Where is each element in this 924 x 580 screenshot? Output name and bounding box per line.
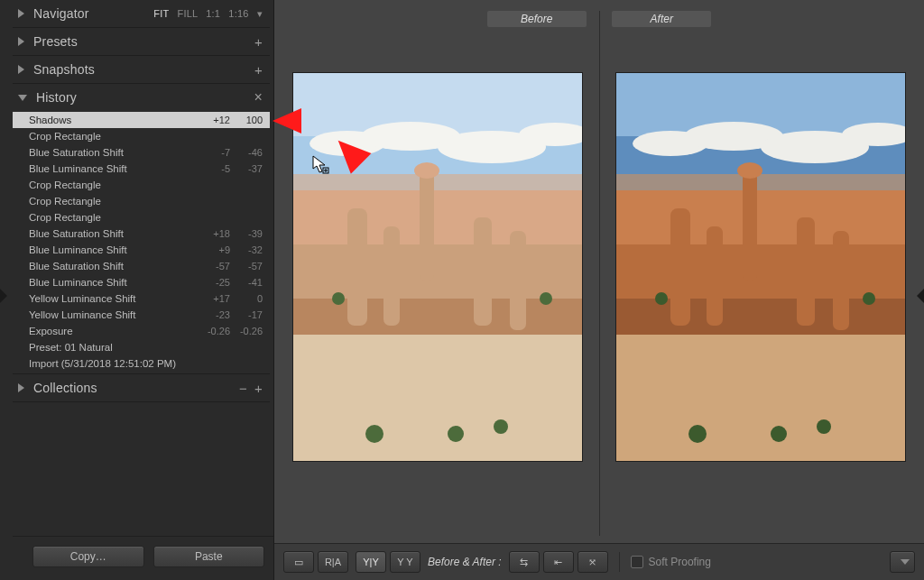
svg-point-42	[655, 292, 668, 305]
history-row-name: Blue Saturation Shift	[29, 228, 194, 239]
after-pane: After	[609, 11, 914, 536]
yy2-icon: Y Y	[397, 557, 412, 567]
history-row[interactable]: Preset: 01 Natural	[13, 339, 270, 355]
left-panel-toggle[interactable]	[0, 289, 7, 303]
checkbox-icon	[631, 556, 643, 568]
before-pane: Before	[285, 11, 590, 536]
history-row[interactable]: Blue Saturation Shift-7-46	[13, 144, 270, 161]
history-row-name: Crop Rectangle	[29, 196, 194, 207]
swap-button[interactable]: ⇆	[509, 551, 540, 573]
presets-header[interactable]: Presets +	[13, 28, 270, 55]
history-row[interactable]: Yellow Luminance Shift-23-17	[13, 307, 270, 323]
history-row-name: Crop Rectangle	[29, 212, 194, 223]
history-row[interactable]: Exposure-0.26-0.26	[13, 323, 270, 339]
history-row-name: Import (5/31/2018 12:51:02 PM)	[29, 358, 194, 369]
before-after-lr-button[interactable]: Y|Y	[356, 551, 386, 573]
pane-divider[interactable]	[599, 11, 600, 536]
left-panel-footer: Copy… Paste	[13, 536, 273, 580]
toolbar-more-button[interactable]	[890, 551, 915, 573]
history-row-delta: +18	[194, 228, 230, 239]
zoom-fill[interactable]: FILL	[177, 8, 197, 19]
svg-rect-14	[383, 226, 400, 326]
history-section: History × Shadows+12100Crop RectangleBlu…	[13, 84, 270, 374]
history-row[interactable]: Blue Saturation Shift-57-57	[13, 258, 270, 274]
history-row[interactable]: Crop Rectangle	[13, 193, 270, 209]
svg-rect-29	[616, 190, 905, 253]
history-row[interactable]: Import (5/31/2018 12:51:02 PM)	[13, 355, 270, 372]
svg-rect-37	[797, 217, 815, 326]
collections-remove-icon[interactable]: −	[239, 381, 247, 396]
history-row-delta: +9	[194, 244, 230, 255]
paste-button[interactable]: Paste	[153, 546, 265, 567]
svg-rect-15	[474, 217, 492, 326]
toolbar: ▭ R|A Y|Y Y Y Before & After : ⇆ ⇤ ⤧ Sof…	[274, 543, 924, 580]
history-row[interactable]: Yellow Luminance Shift+170	[13, 290, 270, 307]
history-row-delta: -5	[194, 163, 230, 174]
soft-proofing-checkbox[interactable]: Soft Proofing	[631, 556, 711, 568]
before-after-tb-button[interactable]: Y Y	[390, 551, 420, 573]
svg-rect-16	[510, 231, 526, 330]
loupe-view-button[interactable]: ▭	[283, 551, 314, 573]
navigator-header[interactable]: Navigator FIT FILL 1:1 1:16 ▾	[13, 0, 270, 27]
history-row-name: Blue Luminance Shift	[29, 163, 194, 174]
presets-add-icon[interactable]: +	[254, 34, 263, 50]
history-row-name: Blue Saturation Shift	[29, 261, 194, 272]
history-header[interactable]: History ×	[13, 84, 270, 111]
svg-point-40	[771, 426, 787, 442]
history-row-value: -46	[230, 147, 263, 158]
history-list: Shadows+12100Crop RectangleBlue Saturati…	[13, 111, 270, 373]
history-row[interactable]: Blue Luminance Shift+9-32	[13, 242, 270, 258]
disclosure-triangle-icon	[18, 383, 24, 392]
history-clear-icon[interactable]: ×	[254, 89, 263, 106]
history-row[interactable]: Crop Rectangle	[13, 128, 270, 144]
history-row-name: Blue Luminance Shift	[29, 244, 194, 255]
disclosure-triangle-icon	[18, 65, 24, 74]
zoom-caret-icon[interactable]: ▾	[257, 8, 263, 19]
snapshots-add-icon[interactable]: +	[254, 62, 263, 78]
snapshots-header[interactable]: Snapshots +	[13, 56, 270, 83]
copy-left-icon: ⇤	[554, 557, 562, 568]
svg-rect-13	[347, 208, 367, 326]
collections-title: Collections	[33, 381, 97, 395]
copy-button[interactable]: Copy…	[32, 546, 144, 567]
after-photo[interactable]	[615, 72, 906, 462]
history-row[interactable]: Blue Saturation Shift+18-39	[13, 226, 270, 242]
svg-point-12	[414, 162, 439, 179]
svg-point-39	[688, 425, 707, 443]
disclosure-triangle-icon	[18, 95, 27, 101]
history-row[interactable]: Blue Luminance Shift-5-37	[13, 161, 270, 177]
svg-point-21	[540, 292, 552, 305]
history-row[interactable]: Shadows+12100	[13, 112, 270, 128]
loupe-icon: ▭	[294, 557, 303, 568]
ref-view-button[interactable]: R|A	[318, 551, 348, 573]
collections-header[interactable]: Collections − +	[13, 374, 270, 401]
svg-rect-35	[670, 208, 690, 326]
history-row-delta: -25	[194, 277, 230, 288]
presets-title: Presets	[33, 34, 78, 49]
zoom-1to1[interactable]: 1:1	[206, 8, 220, 19]
svg-rect-32	[616, 335, 905, 461]
right-panel-toggle[interactable]	[917, 289, 924, 303]
history-row[interactable]: Crop Rectangle	[13, 177, 270, 193]
snapshots-title: Snapshots	[33, 62, 95, 77]
zoom-fit[interactable]: FIT	[153, 8, 169, 19]
copy-before-button[interactable]: ⇤	[543, 551, 574, 573]
zoom-ratio[interactable]: 1:16	[228, 8, 248, 19]
history-row[interactable]: Crop Rectangle	[13, 209, 270, 226]
svg-point-17	[365, 425, 383, 443]
zoom-group: FIT FILL 1:1 1:16 ▾	[148, 8, 263, 20]
after-label: After	[612, 11, 711, 27]
svg-point-20	[332, 292, 345, 305]
collections-section: Collections − +	[13, 374, 270, 402]
before-photo[interactable]	[292, 72, 583, 462]
copy-after-button[interactable]: ⤧	[578, 551, 608, 573]
history-row[interactable]: Blue Luminance Shift-25-41	[13, 274, 270, 290]
history-row-delta: -57	[194, 261, 230, 272]
history-row-name: Yellow Luminance Shift	[29, 309, 194, 320]
disclosure-triangle-icon	[18, 9, 24, 18]
svg-point-18	[448, 426, 464, 442]
copy-button-label: Copy…	[70, 550, 106, 563]
snapshots-section: Snapshots +	[13, 56, 270, 84]
history-row-value: -41	[230, 277, 263, 288]
collections-add-icon[interactable]: +	[254, 381, 263, 396]
